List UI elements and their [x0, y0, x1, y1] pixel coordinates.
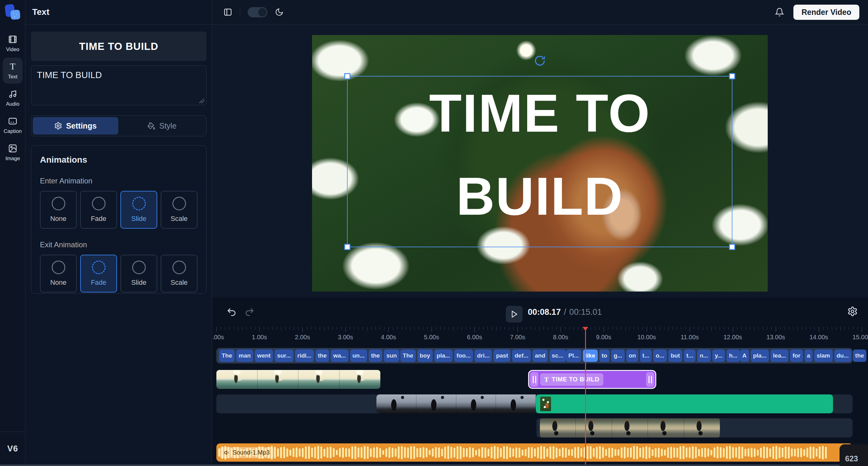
caption-word-chip[interactable]: t...: [684, 349, 695, 362]
caption-word-chip[interactable]: A: [740, 349, 749, 362]
waveform-bar: [373, 447, 375, 458]
sidebar-item-video[interactable]: Video: [0, 30, 25, 57]
video-preview[interactable]: TIME TO BUILD: [312, 35, 768, 292]
timeline-ruler[interactable]: 0.00s1.00s2.00s3.00s4.00s5.00s6.00s7.00s…: [212, 327, 868, 345]
tab-settings[interactable]: Settings: [33, 117, 118, 135]
notification-badge: 623: [839, 444, 868, 466]
play-button[interactable]: [506, 306, 523, 323]
undo-icon[interactable]: [226, 307, 237, 317]
caption-word-chip[interactable]: the: [315, 349, 329, 362]
video-clip-surfer[interactable]: [216, 370, 380, 389]
caption-word-chip[interactable]: o...: [653, 349, 666, 362]
animation-option-fade[interactable]: Fade: [80, 255, 117, 292]
waveform-bar: [686, 447, 687, 458]
caption-word-chip[interactable]: a: [805, 349, 813, 362]
ruler-tick: [281, 327, 281, 331]
caption-word-chip[interactable]: wa...: [331, 349, 348, 362]
caption-word-chip[interactable]: y...: [712, 349, 725, 362]
text-content-input[interactable]: TIME TO BUILD: [31, 65, 207, 105]
caption-word-chip[interactable]: and: [532, 349, 548, 362]
caption-word-chip[interactable]: for: [790, 349, 803, 362]
ruler-tick: [677, 327, 677, 330]
waveform-bar: [454, 448, 455, 458]
resize-handle-top-right[interactable]: [729, 73, 735, 79]
rotate-icon[interactable]: [534, 55, 546, 67]
caption-word-chip[interactable]: The: [400, 349, 416, 362]
caption-word-chip[interactable]: slam: [814, 349, 832, 362]
text-clip[interactable]: T TIME TO BUILD: [528, 370, 656, 389]
timeline-settings-icon[interactable]: [847, 306, 858, 317]
caption-word-chip[interactable]: def...: [512, 349, 531, 362]
caption-word-chip[interactable]: to: [599, 349, 610, 362]
clip-trim-handle-left[interactable]: [530, 372, 538, 387]
total-time: 00:15.01: [569, 308, 602, 317]
caption-word-chip[interactable]: t...: [640, 349, 652, 362]
video-clip-soccer[interactable]: [376, 395, 536, 413]
resize-handle-bottom-left[interactable]: [344, 244, 350, 250]
caption-word-chip[interactable]: foo...: [454, 349, 473, 362]
caption-word-chip[interactable]: pla...: [751, 349, 769, 362]
animation-option-fade[interactable]: Fade: [80, 191, 117, 229]
redo-icon[interactable]: [244, 307, 255, 317]
waveform-bar: [630, 447, 632, 458]
ruler-label: 9.00s: [596, 334, 611, 341]
caption-word-chip[interactable]: ridi...: [295, 349, 314, 362]
caption-word-chip[interactable]: past: [493, 349, 510, 362]
caption-word-chip[interactable]: the: [853, 349, 867, 362]
animation-option-slide[interactable]: Slide: [120, 191, 157, 229]
resize-handle-bottom-right[interactable]: [729, 244, 735, 250]
caption-word-chip[interactable]: Pl...: [566, 349, 581, 362]
sidebar-item-caption[interactable]: Caption: [0, 112, 25, 139]
sidebar-item-audio[interactable]: Audio: [0, 84, 25, 112]
image-clip-green[interactable]: [536, 395, 833, 413]
resize-handle-top-left[interactable]: [344, 73, 350, 79]
caption-word-chip[interactable]: but: [668, 349, 683, 362]
caption-word-chip[interactable]: du...: [834, 349, 851, 362]
tab-style[interactable]: Style: [120, 117, 205, 135]
caption-word-chip[interactable]: man: [236, 349, 253, 362]
theme-toggle[interactable]: [248, 7, 268, 17]
ruler-tick: [328, 327, 329, 330]
caption-word-chip[interactable]: dri...: [474, 349, 492, 362]
ruler-tick: [423, 327, 423, 330]
animation-option-scale[interactable]: Scale: [161, 191, 197, 229]
sidebar-item-text[interactable]: T Text: [0, 57, 25, 84]
panel-toggle-icon[interactable]: [223, 7, 232, 17]
animation-option-scale[interactable]: Scale: [161, 255, 197, 292]
caption-word-chip[interactable]: pla...: [434, 349, 453, 362]
clip-trim-handle-right[interactable]: [646, 372, 654, 387]
caption-word-chip[interactable]: sur...: [275, 349, 293, 362]
version-label: V6: [0, 444, 25, 454]
caption-word-chip[interactable]: h...: [726, 349, 740, 362]
ruler-tick: [410, 327, 410, 331]
caption-word-chip[interactable]: lea...: [771, 349, 788, 362]
ruler-tick: [617, 327, 617, 330]
moon-icon[interactable]: [275, 8, 284, 17]
caption-word-chip[interactable]: The: [219, 349, 235, 362]
animation-option-none[interactable]: None: [40, 255, 77, 292]
sidebar-item-image[interactable]: Image: [0, 139, 25, 166]
caption-word-chip[interactable]: un...: [350, 349, 367, 362]
video-clip-cyclist[interactable]: [540, 418, 720, 437]
caption-word-chip[interactable]: boy: [417, 349, 433, 362]
playhead[interactable]: [585, 327, 586, 466]
caption-word-chip[interactable]: n...: [697, 349, 710, 362]
caption-word-chip[interactable]: g...: [611, 349, 624, 362]
waveform-bar: [704, 448, 706, 458]
render-video-button[interactable]: Render Video: [794, 5, 859, 20]
caption-word-chip[interactable]: sc...: [550, 349, 566, 362]
animation-option-none[interactable]: None: [40, 191, 77, 229]
audio-clip[interactable]: Sound-1.Mp3: [216, 443, 852, 462]
caption-word-chip[interactable]: the: [369, 349, 382, 362]
waveform-bar: [528, 447, 530, 458]
ruler-tick: [561, 327, 561, 332]
waveform-bar: [519, 448, 520, 458]
animation-option-slide[interactable]: Slide: [120, 255, 157, 292]
caption-word-chip[interactable]: went: [255, 349, 273, 362]
waveform-bar: [822, 446, 824, 460]
ruler-tick: [612, 327, 613, 330]
caption-word-chip[interactable]: sun: [384, 349, 399, 362]
waveform-bar: [283, 447, 285, 458]
caption-word-chip[interactable]: on: [626, 349, 638, 362]
bell-icon[interactable]: [775, 7, 784, 17]
